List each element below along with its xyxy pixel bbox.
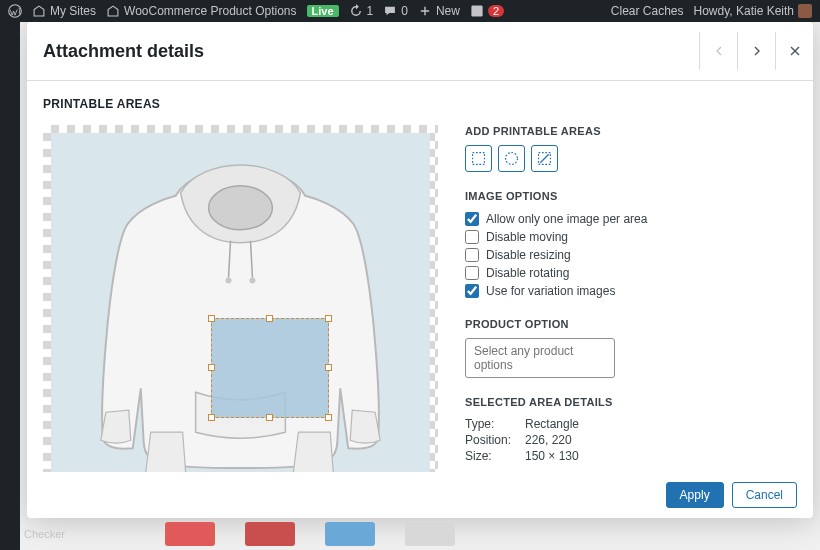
bg-card — [325, 522, 375, 546]
clear-caches[interactable]: Clear Caches — [611, 4, 684, 18]
shape-polygon-button[interactable] — [531, 145, 558, 172]
resize-handle-se[interactable] — [325, 414, 332, 421]
option-disable-moving[interactable]: Disable moving — [465, 228, 797, 246]
next-button[interactable] — [737, 32, 775, 70]
image-options-heading: IMAGE OPTIONS — [465, 190, 797, 202]
checker-label: Checker — [24, 528, 65, 540]
selected-area-heading: SELECTED AREA DETAILS — [465, 396, 797, 408]
yoast[interactable]: 2 — [470, 4, 504, 18]
checkbox-disable-resizing[interactable] — [465, 248, 479, 262]
avatar — [798, 4, 812, 18]
svg-point-4 — [209, 186, 273, 230]
bg-card — [165, 522, 215, 546]
checkbox-disable-moving[interactable] — [465, 230, 479, 244]
modal-header: Attachment details — [27, 22, 813, 81]
live-badge: Live — [307, 5, 339, 17]
bg-card — [245, 522, 295, 546]
detail-type-label: Type: — [465, 417, 525, 431]
checkbox-use-variation[interactable] — [465, 284, 479, 298]
checkbox-disable-rotating[interactable] — [465, 266, 479, 280]
add-areas-heading: ADD PRINTABLE AREAS — [465, 125, 797, 137]
option-allow-one[interactable]: Allow only one image per area — [465, 210, 797, 228]
new-content[interactable]: New — [418, 4, 460, 18]
resize-handle-ne[interactable] — [325, 315, 332, 322]
detail-size-value: 150 × 130 — [525, 449, 579, 463]
svg-point-8 — [249, 278, 255, 284]
comments[interactable]: 0 — [383, 4, 408, 18]
svg-line-12 — [540, 154, 549, 163]
bg-card — [405, 522, 455, 546]
printable-area-selection[interactable] — [211, 318, 329, 418]
close-button[interactable] — [775, 32, 813, 70]
updates[interactable]: 1 — [349, 4, 374, 18]
option-use-variation[interactable]: Use for variation images — [465, 282, 797, 300]
resize-handle-e[interactable] — [325, 364, 332, 371]
howdy-account[interactable]: Howdy, Katie Keith — [694, 4, 813, 18]
svg-point-6 — [226, 278, 232, 284]
section-title: PRINTABLE AREAS — [43, 97, 797, 111]
detail-size-label: Size: — [465, 449, 525, 463]
prev-button[interactable] — [699, 32, 737, 70]
resize-handle-w[interactable] — [208, 364, 215, 371]
attachment-details-modal: Attachment details PRINTABLE AREAS — [27, 22, 813, 518]
modal-title: Attachment details — [43, 41, 204, 62]
resize-handle-n[interactable] — [266, 315, 273, 322]
svg-rect-1 — [471, 5, 482, 16]
content-area: Attachment details PRINTABLE AREAS — [20, 22, 820, 550]
product-option-heading: PRODUCT OPTION — [465, 318, 797, 330]
option-disable-resizing[interactable]: Disable resizing — [465, 246, 797, 264]
shape-rectangle-button[interactable] — [465, 145, 492, 172]
option-disable-rotating[interactable]: Disable rotating — [465, 264, 797, 282]
modal-footer: Apply Cancel — [27, 472, 813, 518]
detail-type-value: Rectangle — [525, 417, 579, 431]
background-content: Checker — [20, 518, 820, 550]
product-option-select[interactable]: Select any product options — [465, 338, 615, 378]
wp-logo[interactable] — [8, 4, 22, 18]
hoodie-image — [51, 133, 430, 472]
resize-handle-s[interactable] — [266, 414, 273, 421]
checkbox-allow-one[interactable] — [465, 212, 479, 226]
cancel-button[interactable]: Cancel — [732, 482, 797, 508]
resize-handle-sw[interactable] — [208, 414, 215, 421]
my-sites[interactable]: My Sites — [32, 4, 96, 18]
svg-point-10 — [506, 153, 518, 165]
resize-handle-nw[interactable] — [208, 315, 215, 322]
product-canvas[interactable] — [43, 125, 438, 472]
detail-position-value: 226, 220 — [525, 433, 572, 447]
apply-button[interactable]: Apply — [666, 482, 724, 508]
svg-rect-9 — [473, 153, 485, 165]
shape-circle-button[interactable] — [498, 145, 525, 172]
detail-position-label: Position: — [465, 433, 525, 447]
site-name[interactable]: WooCommerce Product Options — [106, 4, 297, 18]
admin-sidebar-collapsed — [0, 22, 20, 550]
wp-admin-bar: My Sites WooCommerce Product Options Liv… — [0, 0, 820, 22]
